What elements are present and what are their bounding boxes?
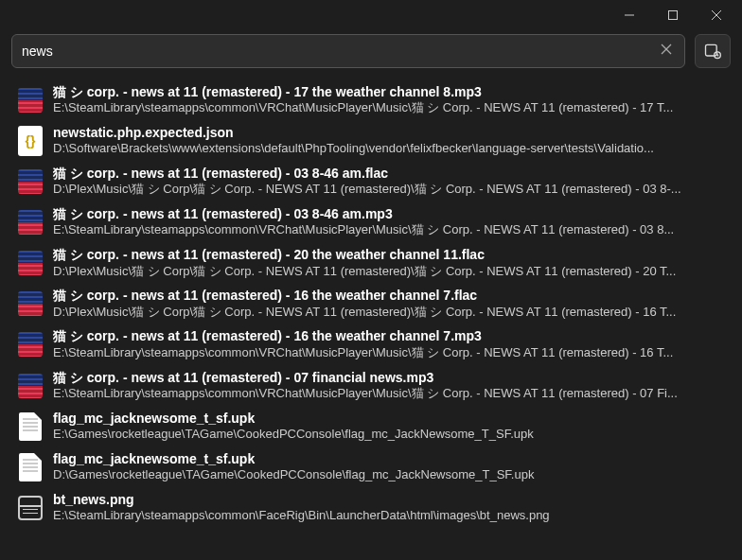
- result-item[interactable]: 猫 シ corp. - news at 11 (remastered) - 20…: [11, 242, 731, 283]
- result-item[interactable]: bt_news.pngE:\SteamLibrary\steamapps\com…: [11, 487, 731, 528]
- result-item[interactable]: 猫 シ corp. - news at 11 (remastered) - 16…: [11, 324, 731, 364]
- result-item[interactable]: 猫 シ corp. - news at 11 (remastered) - 16…: [11, 283, 731, 324]
- result-title: 猫 シ corp. - news at 11 (remastered) - 20…: [53, 246, 725, 263]
- file-icon: [17, 248, 44, 278]
- svg-rect-1: [669, 11, 678, 20]
- result-title: flag_mc_jacknewsome_t_sf.upk: [53, 450, 725, 467]
- result-path: E:\SteamLibrary\steamapps\common\VRChat\…: [53, 386, 725, 402]
- result-item[interactable]: 猫 シ corp. - news at 11 (remastered) - 03…: [11, 201, 731, 242]
- result-title: newstatic.php.expected.json: [53, 124, 725, 141]
- file-icon: [17, 411, 44, 442]
- file-icon: [17, 371, 44, 401]
- result-text: 猫 シ corp. - news at 11 (remastered) - 16…: [53, 287, 725, 320]
- result-path: E:\SteamLibrary\steamapps\common\VRChat\…: [53, 222, 725, 238]
- result-title: 猫 シ corp. - news at 11 (remastered) - 07…: [53, 369, 725, 386]
- album-art-icon: [18, 251, 43, 275]
- result-path: D:\Plex\Music\猫 シ Corp\猫 シ Corp. - NEWS …: [53, 305, 725, 321]
- image-file-icon: [18, 496, 43, 520]
- clear-icon[interactable]: [658, 41, 675, 61]
- result-path: E:\SteamLibrary\steamapps\common\VRChat\…: [53, 345, 725, 361]
- result-title: 猫 シ corp. - news at 11 (remastered) - 03…: [53, 205, 725, 222]
- result-item[interactable]: newstatic.php.expected.jsonD:\Software\B…: [11, 120, 731, 161]
- search-input[interactable]: [22, 44, 658, 59]
- file-icon: [17, 85, 44, 115]
- result-path: E:\Games\rocketleague\TAGame\CookedPCCon…: [53, 427, 725, 443]
- album-art-icon: [18, 332, 43, 357]
- result-path: E:\SteamLibrary\steamapps\common\VRChat\…: [53, 100, 725, 116]
- close-button[interactable]: [695, 1, 738, 29]
- result-item[interactable]: 猫 シ corp. - news at 11 (remastered) - 03…: [11, 161, 731, 201]
- file-icon: [17, 452, 44, 482]
- file-icon: [17, 126, 44, 156]
- result-text: 猫 シ corp. - news at 11 (remastered) - 07…: [53, 369, 725, 402]
- search-row: [0, 30, 742, 76]
- generic-file-icon: [19, 453, 42, 481]
- json-file-icon: [18, 126, 43, 156]
- generic-file-icon: [19, 412, 42, 441]
- result-title: 猫 シ corp. - news at 11 (remastered) - 16…: [53, 327, 725, 344]
- file-icon: [17, 289, 44, 319]
- result-text: 猫 シ corp. - news at 11 (remastered) - 20…: [53, 246, 725, 279]
- result-text: newstatic.php.expected.jsonD:\Software\B…: [53, 124, 725, 157]
- filter-button[interactable]: [695, 34, 731, 68]
- album-art-icon: [18, 291, 43, 316]
- result-text: flag_mc_jacknewsome_t_sf.upkD:\Games\roc…: [53, 450, 725, 483]
- result-path: D:\Games\rocketleague\TAGame\CookedPCCon…: [53, 467, 725, 483]
- album-art-icon: [18, 210, 43, 235]
- titlebar: [0, 0, 742, 30]
- result-item[interactable]: 猫 シ corp. - news at 11 (remastered) - 17…: [11, 79, 731, 120]
- result-text: 猫 シ corp. - news at 11 (remastered) - 03…: [53, 165, 725, 198]
- result-item[interactable]: flag_mc_jacknewsome_t_sf.upkD:\Games\roc…: [11, 446, 731, 487]
- result-text: 猫 シ corp. - news at 11 (remastered) - 03…: [53, 205, 725, 238]
- result-path: D:\Plex\Music\猫 シ Corp\猫 シ Corp. - NEWS …: [53, 182, 725, 198]
- result-title: 猫 シ corp. - news at 11 (remastered) - 17…: [53, 83, 725, 100]
- file-icon: [17, 207, 44, 237]
- result-item[interactable]: 猫 シ corp. - news at 11 (remastered) - 07…: [11, 365, 731, 406]
- file-icon: [17, 166, 44, 197]
- result-text: 猫 シ corp. - news at 11 (remastered) - 16…: [53, 327, 725, 360]
- file-icon: [17, 493, 44, 523]
- result-title: 猫 シ corp. - news at 11 (remastered) - 03…: [53, 165, 725, 182]
- result-title: 猫 シ corp. - news at 11 (remastered) - 16…: [53, 287, 725, 304]
- result-path: E:\SteamLibrary\steamapps\common\FaceRig…: [53, 508, 725, 524]
- results-list: 猫 シ corp. - news at 11 (remastered) - 17…: [0, 76, 742, 560]
- result-text: flag_mc_jacknewsome_t_sf.upkE:\Games\roc…: [53, 410, 725, 443]
- result-text: 猫 シ corp. - news at 11 (remastered) - 17…: [53, 83, 725, 116]
- result-text: bt_news.pngE:\SteamLibrary\steamapps\com…: [53, 491, 725, 524]
- search-box[interactable]: [11, 34, 685, 68]
- result-item[interactable]: flag_mc_jacknewsome_t_sf.upkE:\Games\roc…: [11, 406, 731, 446]
- result-path: D:\Plex\Music\猫 シ Corp\猫 シ Corp. - NEWS …: [53, 264, 725, 280]
- file-icon: [17, 329, 44, 359]
- album-art-icon: [18, 88, 43, 113]
- result-title: flag_mc_jacknewsome_t_sf.upk: [53, 410, 725, 427]
- album-art-icon: [18, 374, 43, 398]
- result-title: bt_news.png: [53, 491, 725, 508]
- maximize-button[interactable]: [651, 1, 695, 29]
- minimize-button[interactable]: [608, 1, 651, 29]
- album-art-icon: [18, 169, 43, 194]
- result-path: D:\Software\Brackets\www\extensions\defa…: [53, 141, 725, 157]
